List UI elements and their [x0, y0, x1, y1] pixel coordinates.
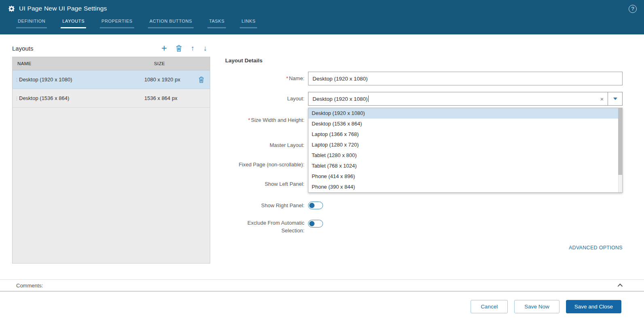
row-delete-button[interactable]: [198, 77, 204, 83]
fixed-page-label: Fixed Page (non-scrollable):: [225, 158, 304, 172]
content-area: Layouts + ↑ ↓ NAME SIZE: [0, 34, 644, 279]
column-header-size: SIZE: [144, 61, 165, 66]
title-row: UI Page New UI Page Settings: [0, 0, 644, 12]
drag-handle-icon[interactable]: ⋮⋮: [15, 96, 22, 101]
name-field-row: *Name:: [225, 72, 623, 85]
layout-dropdown-list: Desktop (1920 x 1080) Desktop (1536 x 86…: [308, 108, 623, 193]
layouts-table-header: NAME SIZE: [13, 57, 210, 70]
delete-layout-button[interactable]: [176, 45, 182, 52]
exclude-auto-row: Exclude From Automatic Selection:: [225, 219, 623, 235]
layout-field-row: Layout: Desktop (1920 x 1080) ×: [225, 92, 623, 106]
gear-icon: [8, 5, 15, 12]
layouts-panel: Layouts + ↑ ↓ NAME SIZE: [12, 42, 210, 264]
exclude-auto-control: [308, 219, 623, 229]
show-right-panel-label: Show Right Panel:: [225, 199, 304, 213]
tab-tasks[interactable]: TASKS: [207, 19, 226, 28]
comments-label: Comments:: [16, 283, 618, 289]
table-row[interactable]: ⋮⋮ Desktop (1536 x 864) 1536 x 864 px: [13, 89, 210, 108]
layouts-table: NAME SIZE ⋮⋮ Desktop (1920 x 1080) 1080 …: [12, 57, 210, 264]
required-marker: *: [248, 117, 250, 123]
ui-page-settings-window: UI Page New UI Page Settings ? DEFINITIO…: [0, 0, 644, 321]
help-icon[interactable]: ?: [629, 5, 637, 13]
chevron-up-icon[interactable]: [618, 283, 623, 289]
layouts-toolbar: + ↑ ↓: [161, 44, 210, 53]
show-right-panel-control: [308, 199, 623, 213]
size-label: *Size Width and Height:: [225, 113, 304, 127]
tab-links[interactable]: LINKS: [240, 19, 257, 28]
required-marker: *: [286, 75, 288, 81]
header-bar: UI Page New UI Page Settings ? DEFINITIO…: [0, 0, 644, 34]
show-right-panel-row: Show Right Panel:: [225, 199, 623, 213]
row-name: Desktop (1536 x 864): [13, 95, 144, 101]
move-layout-down-button[interactable]: ↓: [203, 44, 207, 53]
clear-icon[interactable]: ×: [596, 96, 608, 102]
page-title: UI Page New UI Page Settings: [19, 5, 107, 12]
layout-details-panel: Layout Details *Name: Layout: Desktop (1…: [225, 57, 623, 251]
column-header-name: NAME: [13, 61, 144, 66]
show-right-panel-toggle[interactable]: [308, 202, 323, 209]
save-now-button[interactable]: Save Now: [514, 300, 560, 313]
exclude-auto-toggle[interactable]: [308, 220, 323, 227]
show-left-panel-label: Show Left Panel:: [225, 177, 304, 191]
layouts-panel-header: Layouts + ↑ ↓: [12, 42, 210, 55]
dropdown-toggle-button[interactable]: [608, 92, 622, 105]
layouts-title: Layouts: [12, 45, 34, 52]
move-layout-up-button[interactable]: ↑: [191, 44, 194, 53]
master-layout-label: Master Layout:: [225, 138, 304, 152]
tab-layouts[interactable]: LAYOUTS: [61, 19, 86, 28]
row-size: 1080 x 1920 px: [144, 77, 180, 83]
layout-combobox-value: Desktop (1920 x 1080): [312, 96, 368, 102]
dropdown-scrollbar[interactable]: [618, 108, 622, 192]
chevron-down-icon: [613, 98, 617, 100]
name-field-control: [308, 72, 623, 85]
dropdown-option[interactable]: Desktop (1536 x 864): [308, 119, 622, 129]
exclude-auto-label: Exclude From Automatic Selection:: [225, 219, 304, 234]
tab-bar: DEFINITION LAYOUTS PROPERTIES ACTION BUT…: [0, 12, 644, 28]
dropdown-option[interactable]: Tablet (768 x 1024): [308, 161, 622, 171]
dropdown-option[interactable]: Laptop (1280 x 720): [308, 140, 622, 150]
advanced-options-row: ADVANCED OPTIONS: [225, 244, 623, 251]
layout-field-control: Desktop (1920 x 1080) ×: [308, 92, 623, 106]
add-layout-button[interactable]: +: [161, 44, 167, 52]
tab-properties[interactable]: PROPERTIES: [100, 19, 134, 28]
layout-combobox[interactable]: Desktop (1920 x 1080) ×: [308, 92, 623, 106]
tab-action-buttons[interactable]: ACTION BUTTONS: [148, 19, 194, 28]
layout-details-title: Layout Details: [225, 57, 623, 64]
advanced-options-link[interactable]: ADVANCED OPTIONS: [569, 245, 623, 251]
row-name: Desktop (1920 x 1080): [13, 77, 144, 83]
layout-label: Layout:: [225, 92, 304, 106]
dropdown-option[interactable]: Phone (414 x 896): [308, 171, 622, 182]
cancel-button[interactable]: Cancel: [471, 300, 508, 313]
layout-combobox-text[interactable]: Desktop (1920 x 1080): [308, 96, 596, 102]
dropdown-option[interactable]: Tablet (1280 x 800): [308, 150, 622, 161]
drag-handle-icon[interactable]: ⋮⋮: [15, 77, 22, 82]
dropdown-option[interactable]: Laptop (1366 x 768): [308, 129, 622, 140]
save-and-close-button[interactable]: Save and Close: [566, 300, 621, 313]
table-row[interactable]: ⋮⋮ Desktop (1920 x 1080) 1080 x 1920 px: [13, 70, 210, 89]
dropdown-option[interactable]: Desktop (1920 x 1080): [308, 108, 622, 119]
row-size: 1536 x 864 px: [144, 95, 177, 101]
dropdown-option[interactable]: Phone (390 x 844): [308, 182, 622, 192]
text-cursor: [368, 96, 369, 102]
comments-bar: Comments:: [0, 279, 644, 291]
footer-bar: Cancel Save Now Save and Close: [0, 292, 644, 321]
name-input[interactable]: [308, 72, 623, 85]
tab-definition[interactable]: DEFINITION: [16, 19, 47, 28]
dropdown-scrollbar-thumb[interactable]: [618, 108, 622, 175]
name-label: *Name:: [225, 72, 304, 85]
